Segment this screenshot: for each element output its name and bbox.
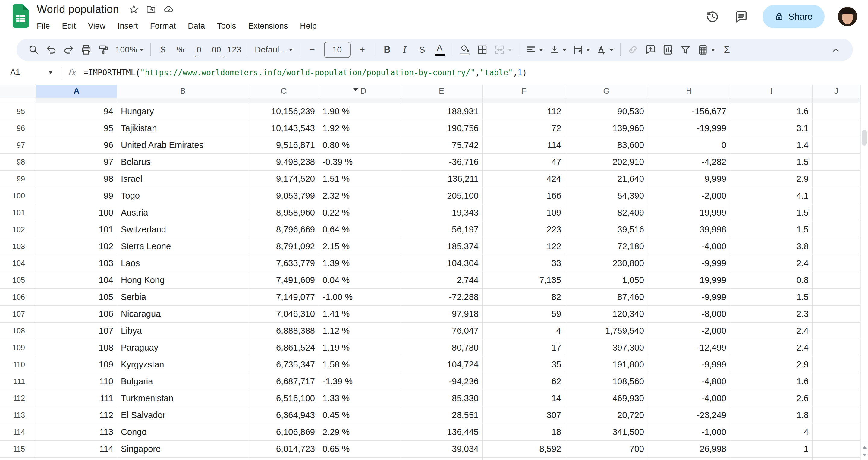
cell-J112[interactable] [812, 390, 861, 407]
cell[interactable] [565, 98, 648, 103]
format-currency-button[interactable]: $ [155, 41, 171, 58]
cell-D107[interactable]: 1.41 % [319, 306, 401, 323]
cell-F95[interactable]: 112 [483, 103, 565, 120]
cell[interactable] [401, 458, 483, 460]
cell-G107[interactable]: 120,340 [565, 306, 648, 323]
cell[interactable] [648, 98, 730, 103]
document-title[interactable]: World population [37, 3, 119, 16]
cell[interactable] [36, 458, 117, 460]
cell-H103[interactable]: -4,000 [648, 238, 730, 255]
print-button[interactable] [79, 41, 94, 58]
cell-D106[interactable]: -1.00 % [319, 289, 401, 306]
cell-F114[interactable]: 18 [483, 424, 565, 441]
cell-G109[interactable]: 397,300 [565, 339, 648, 356]
cell-I103[interactable]: 3.8 [730, 238, 812, 255]
cell-F106[interactable]: 82 [483, 289, 565, 306]
decrease-font-size-button[interactable]: − [304, 41, 320, 58]
menu-file[interactable]: File [37, 20, 50, 32]
scrollbar-thumb[interactable] [862, 130, 867, 146]
cell-D110[interactable]: 1.58 % [319, 356, 401, 373]
name-box[interactable]: A1 [0, 68, 54, 77]
row-header-109[interactable]: 109 [0, 339, 36, 356]
cell[interactable] [483, 98, 565, 103]
cell-B102[interactable]: Switzerland [117, 221, 249, 238]
insert-comment-button[interactable] [643, 41, 658, 58]
menu-view[interactable]: View [88, 20, 105, 32]
cell-J115[interactable] [812, 441, 861, 458]
cell-I108[interactable]: 2.4 [730, 323, 812, 339]
cell-A108[interactable]: 107 [36, 323, 117, 339]
row-header-111[interactable]: 111 [0, 373, 36, 390]
text-rotation-button[interactable] [594, 41, 616, 58]
cell-F102[interactable]: 223 [483, 221, 565, 238]
column-header-J[interactable]: J [812, 85, 861, 98]
cell-B103[interactable]: Sierra Leone [117, 238, 249, 255]
cell-C110[interactable]: 6,735,347 [249, 356, 319, 373]
cell-A102[interactable]: 101 [36, 221, 117, 238]
cell-C111[interactable]: 6,687,717 [249, 373, 319, 390]
cell-J107[interactable] [812, 306, 861, 323]
cell-H112[interactable]: -4,000 [648, 390, 730, 407]
column-header-B[interactable]: B [117, 85, 249, 98]
cell-I105[interactable]: 0.8 [730, 272, 812, 289]
cell-C100[interactable]: 9,053,799 [249, 187, 319, 204]
cell-F105[interactable]: 7,135 [483, 272, 565, 289]
cell-B104[interactable]: Laos [117, 255, 249, 272]
cell-A100[interactable]: 99 [36, 187, 117, 204]
cell-G105[interactable]: 1,050 [565, 272, 648, 289]
column-header-A[interactable]: A [36, 85, 117, 98]
cell-A111[interactable]: 110 [36, 373, 117, 390]
cell-F110[interactable]: 35 [483, 356, 565, 373]
cell-A112[interactable]: 111 [36, 390, 117, 407]
cell-B96[interactable]: Tajikistan [117, 120, 249, 137]
cell-F113[interactable]: 307 [483, 407, 565, 424]
cell[interactable] [565, 458, 648, 460]
cell-E107[interactable]: 97,918 [401, 306, 483, 323]
cell-I97[interactable]: 1.4 [730, 137, 812, 154]
cell-B107[interactable]: Nicaragua [117, 306, 249, 323]
cell-F104[interactable]: 33 [483, 255, 565, 272]
row-header-107[interactable]: 107 [0, 306, 36, 323]
increase-font-size-button[interactable]: + [354, 41, 370, 58]
cell-C113[interactable]: 6,364,943 [249, 407, 319, 424]
cell-B111[interactable]: Bulgaria [117, 373, 249, 390]
row-header-99[interactable]: 99 [0, 171, 36, 187]
column-header-I[interactable]: I [730, 85, 812, 98]
cell-E95[interactable]: 188,931 [401, 103, 483, 120]
cell-I96[interactable]: 3.1 [730, 120, 812, 137]
cell-C108[interactable]: 6,888,388 [249, 323, 319, 339]
cell-I107[interactable]: 2.3 [730, 306, 812, 323]
cell-E100[interactable]: 205,100 [401, 187, 483, 204]
comments-icon[interactable] [734, 9, 749, 24]
cell-D102[interactable]: 0.64 % [319, 221, 401, 238]
cloud-saved-icon[interactable] [163, 4, 175, 14]
cell-E111[interactable]: -94,236 [401, 373, 483, 390]
cell-C95[interactable]: 10,156,239 [249, 103, 319, 120]
borders-button[interactable] [474, 41, 490, 58]
cell-D100[interactable]: 2.32 % [319, 187, 401, 204]
cell-G112[interactable]: 469,930 [565, 390, 648, 407]
cell-G108[interactable]: 1,759,540 [565, 323, 648, 339]
more-formats-button[interactable]: 123 [225, 41, 244, 58]
cell-E102[interactable]: 56,197 [401, 221, 483, 238]
cell-E114[interactable]: 136,445 [401, 424, 483, 441]
cell-E96[interactable]: 190,756 [401, 120, 483, 137]
cell-A106[interactable]: 105 [36, 289, 117, 306]
cell-C99[interactable]: 9,174,520 [249, 171, 319, 187]
account-avatar[interactable] [838, 7, 857, 26]
cell-B112[interactable]: Turkmenistan [117, 390, 249, 407]
cell-D114[interactable]: 2.29 % [319, 424, 401, 441]
cell-B98[interactable]: Belarus [117, 154, 249, 171]
cell-A105[interactable]: 104 [36, 272, 117, 289]
cell-H110[interactable]: -9,999 [648, 356, 730, 373]
merge-cells-button[interactable] [492, 41, 514, 58]
cell-G114[interactable]: 341,500 [565, 424, 648, 441]
cell-J111[interactable] [812, 373, 861, 390]
format-percent-button[interactable]: % [173, 41, 188, 58]
cell[interactable] [249, 98, 319, 103]
cell-H111[interactable]: -4,800 [648, 373, 730, 390]
cell-G115[interactable]: 700 [565, 441, 648, 458]
cell-E115[interactable]: 39,034 [401, 441, 483, 458]
cell-C98[interactable]: 9,498,238 [249, 154, 319, 171]
cell-I111[interactable]: 1.6 [730, 373, 812, 390]
